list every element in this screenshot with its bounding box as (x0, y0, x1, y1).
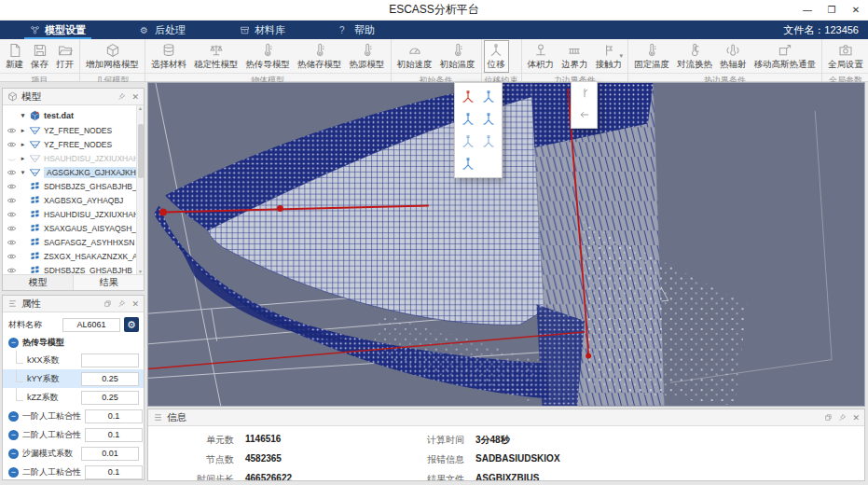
scroll-down-icon[interactable]: ▼ (138, 269, 143, 274)
cube-icon (105, 43, 120, 58)
pin-icon[interactable] (117, 299, 126, 308)
expand-arrow-icon[interactable]: ▾ (20, 112, 26, 119)
menu-material-library[interactable]: 材料库 (228, 21, 296, 39)
initial-temperature-button[interactable]: 初始温度 (436, 40, 479, 73)
eye-icon[interactable] (6, 127, 17, 134)
moving-gauss-flux-button[interactable]: 移动高斯热通量 (751, 40, 820, 73)
value-field[interactable]: 0.01 (81, 447, 139, 461)
contact-force-button[interactable]: ▾接触力 (592, 40, 627, 73)
constraint-triad-icon[interactable] (480, 133, 496, 149)
eye-icon[interactable] (6, 267, 17, 274)
tree-item[interactable]: SDHSBJZS_GHSABJHB_ZAHU (3, 179, 136, 193)
eye-icon[interactable] (6, 225, 17, 232)
close-icon[interactable]: ✕ (131, 92, 139, 102)
collapse-minus-icon[interactable]: − (8, 449, 19, 459)
eye-icon[interactable] (6, 253, 17, 260)
tree-item-root[interactable]: ▾ test.dat (3, 107, 136, 123)
displacement-button[interactable]: 位移 (484, 40, 509, 73)
collapse-minus-icon[interactable]: − (8, 338, 19, 348)
heat-storage-model-button[interactable]: 热储存模型 (294, 40, 346, 73)
minimize-icon[interactable]: — (795, 1, 820, 20)
tree-item[interactable]: ▸ YZ_FREE_NODES (3, 123, 136, 137)
constraint-triad-icon[interactable] (460, 156, 475, 172)
material-name-field[interactable]: AL6061 (62, 318, 120, 332)
scroll-up-icon[interactable]: ▲ (138, 105, 143, 111)
fixed-temperature-button[interactable]: 固定温度 (630, 40, 673, 73)
save-button[interactable]: 保存 (27, 40, 52, 73)
constraint-triad-icon[interactable] (460, 133, 475, 149)
body-force-button[interactable]: 体积力 (524, 40, 558, 73)
contact-type-2-icon[interactable] (578, 108, 591, 123)
constraint-triad-icon[interactable] (480, 89, 496, 104)
menu-help[interactable]: ? 帮助 (328, 21, 386, 39)
scrollbar-thumb[interactable] (138, 124, 144, 178)
restore-icon[interactable] (103, 299, 112, 308)
viewport-3d[interactable] (147, 82, 865, 407)
menu-post-processing[interactable]: ⚙ 后处理 (129, 21, 197, 39)
tab-result[interactable]: 结果 (73, 275, 144, 290)
collapse-minus-icon[interactable]: − (8, 467, 19, 478)
add-mesh-model-button[interactable]: 增加网格模型 (82, 40, 143, 73)
collapse-arrow-icon[interactable]: ▸ (20, 141, 26, 148)
tree-item[interactable]: ZSXGX_HSAKAZNZXK_AHASX (3, 249, 136, 263)
tree-item[interactable]: XSAXGAUS_AISYAQSH_ASHX (3, 221, 136, 235)
value-field[interactable]: 0.1 (85, 428, 143, 442)
radiation-button[interactable]: 热辐射 (716, 40, 751, 73)
constraint-triad-icon[interactable] (480, 111, 496, 127)
menu-model-settings[interactable]: 模型设置 (19, 21, 97, 39)
tree-item[interactable]: SAGFASGZ_ASYHHXSN (3, 235, 136, 249)
pin-icon[interactable] (838, 413, 847, 422)
new-button[interactable]: 新建 (2, 40, 27, 73)
eye-icon[interactable] (6, 169, 17, 176)
eye-off-icon[interactable] (6, 155, 17, 162)
initial-velocity-button[interactable]: 初始速度 (393, 40, 436, 73)
convection-button[interactable]: 对流换热 (673, 40, 716, 73)
stability-model-button[interactable]: 稳定性模型 (190, 40, 242, 73)
constraint-triad-selected-icon[interactable] (460, 89, 475, 104)
kzz-field[interactable]: 0.25 (81, 391, 139, 405)
material-gear-button[interactable]: ⚙ (124, 317, 139, 332)
property-row: − 二阶人工粘合性 0.1 (3, 463, 144, 479)
eye-icon[interactable] (6, 211, 17, 218)
eye-icon[interactable] (6, 141, 17, 148)
boundary-force-button[interactable]: 边界力 (558, 40, 592, 73)
tree-item-hidden[interactable]: ▸ HSAUHDISU_JZXIUXHAHX (3, 151, 136, 165)
tree-item[interactable]: ▸ YZ_FREE_NODES (3, 137, 136, 151)
expand-arrow-icon[interactable]: ▾ (20, 169, 26, 176)
collapse-minus-icon[interactable]: − (8, 411, 19, 422)
close-icon[interactable]: ✕ (844, 1, 868, 20)
contact-type-1-icon[interactable] (578, 87, 591, 102)
eye-icon[interactable] (6, 239, 17, 246)
close-icon[interactable]: ✕ (131, 299, 139, 309)
pin-icon[interactable] (117, 92, 126, 101)
open-button[interactable]: 打开 (52, 40, 77, 73)
tree-item[interactable]: XAGBSXG_AYHAQBJ (3, 193, 136, 207)
tab-model[interactable]: 模型 (3, 275, 73, 290)
maximize-icon[interactable]: ❐ (820, 1, 844, 20)
title-bar: ESCASS分析平台 — ❐ ✕ (0, 0, 868, 21)
heat-conduction-model-button[interactable]: 热传导模型 (242, 40, 295, 73)
kyy-field[interactable]: 0.25 (81, 372, 139, 386)
eye-icon[interactable] (6, 183, 17, 190)
value-field[interactable]: 0.1 (85, 409, 143, 423)
tree-item[interactable]: SDHSBJZS_GHSABJHB_ZAHU (3, 263, 136, 274)
tree-item-selected[interactable]: ▾ AGSGKJKG_GJHXAJKHXA (3, 165, 136, 179)
kxx-field[interactable] (81, 353, 139, 367)
restore-icon[interactable] (824, 413, 833, 422)
main-area: 信息 ✕ 单元数 1146516 节点数 4582365 时间步长 466526… (147, 82, 868, 485)
grid-icon (29, 251, 41, 262)
tree-scrollbar[interactable]: ▲ ▼ (136, 105, 144, 274)
global-settings-button[interactable]: 全局设置 (824, 40, 867, 73)
tree-item[interactable]: HSAUHDISU_JZXIUXHAHX (3, 207, 136, 221)
close-icon[interactable]: ✕ (852, 413, 860, 423)
thermometer-icon (644, 43, 659, 58)
heat-source-model-button[interactable]: 热源模型 (346, 40, 389, 73)
collapse-arrow-icon[interactable]: ▸ (20, 155, 26, 162)
constraint-triad-icon[interactable] (460, 111, 475, 127)
heat-conduction-group-row[interactable]: − 热传导模型 (3, 334, 144, 351)
eye-icon[interactable] (6, 197, 17, 204)
select-material-button[interactable]: 选择材料 (147, 40, 190, 73)
value-field[interactable]: 0.1 (85, 465, 143, 479)
collapse-minus-icon[interactable]: − (8, 430, 19, 440)
collapse-arrow-icon[interactable]: ▸ (20, 127, 26, 134)
